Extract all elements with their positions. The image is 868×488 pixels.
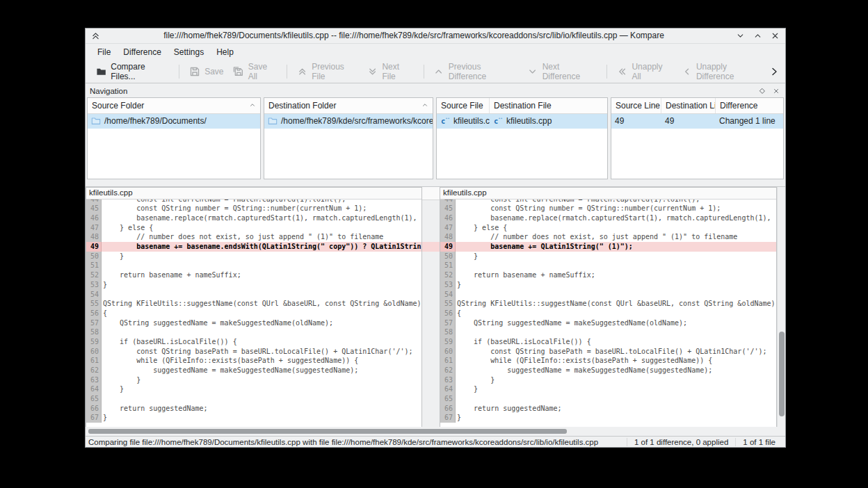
toolbar-button-label: Unapply All xyxy=(632,62,671,81)
toolbar-button-label: Next Difference xyxy=(542,62,597,81)
changed-code-line-destination-49[interactable]: 49 basename += QLatin1String(" (1)"); xyxy=(440,242,776,252)
chevrons-left-icon xyxy=(617,66,627,77)
toolbar-overflow-button[interactable] xyxy=(769,66,780,77)
column-header-destination-line[interactable]: Destination Line xyxy=(661,98,716,113)
code-text: { xyxy=(102,309,421,318)
column-header-source-file[interactable]: Source File xyxy=(437,98,490,113)
changed-code-line-source-49[interactable]: 49 basename += basename.endsWith(QLatin1… xyxy=(86,242,421,252)
diff-view: kfileutils.cpp 44 const int currentNum =… xyxy=(86,186,785,436)
line-number: 66 xyxy=(86,404,102,414)
column-header-difference[interactable]: Difference xyxy=(716,98,783,113)
code-text: const int currentNum = rmatch.captured(1… xyxy=(102,200,421,204)
vertical-scrollbar[interactable] xyxy=(777,187,785,427)
column-header-label: Source Folder xyxy=(92,101,144,111)
column-header-source-folder[interactable]: Source Folder xyxy=(88,98,260,113)
nav-row[interactable]: kfileutils.c...kfileutils.cpp xyxy=(437,114,607,129)
code-text: } xyxy=(102,280,421,290)
menu-item-file[interactable]: File xyxy=(91,45,117,59)
code-text: } xyxy=(456,384,776,394)
nav-cell-text: 49 xyxy=(665,116,674,126)
code-text: return basename + nameSuffix; xyxy=(102,270,421,280)
code-text: } xyxy=(102,252,421,261)
code-line-destination-46: 46 basename.replace(rmatch.capturedStart… xyxy=(440,213,776,223)
toolbar-button-label: Unapply Difference xyxy=(696,62,764,81)
nav-cell-text: kfileutils.cpp xyxy=(506,116,552,126)
nav-panel-destination-folder: Destination Folder/home/fhek789/kde/src/… xyxy=(264,97,433,179)
save-icon xyxy=(189,66,200,77)
maximize-button[interactable] xyxy=(753,31,762,40)
nav-cell: /home/fhek789/kde/src/frameworks/kcoread… xyxy=(264,114,433,129)
menu-item-settings[interactable]: Settings xyxy=(168,45,210,59)
code-text: } xyxy=(102,375,421,385)
minimize-button[interactable] xyxy=(736,31,745,40)
column-header-destination-file[interactable]: Destination File xyxy=(490,98,607,113)
code-line-destination-44: 44 const int currentNum = rmatch.capture… xyxy=(440,200,776,204)
code-line-source-51: 51 xyxy=(86,261,421,270)
line-number: 51 xyxy=(86,261,102,270)
line-number: 57 xyxy=(440,318,456,328)
toolbar-button-label: Save All xyxy=(248,62,277,81)
chevron-right-icon xyxy=(769,66,780,77)
toolbar-button-label: Compare Files... xyxy=(111,62,169,81)
titlebar[interactable]: file:///home/fhek789/Documents/kfileutil… xyxy=(86,29,785,44)
line-number: 66 xyxy=(440,404,456,414)
code-text: if (baseURL.isLocalFile()) { xyxy=(102,337,421,347)
code-line-destination-47: 47 } else { xyxy=(440,223,776,233)
nav-row[interactable]: /home/fhek789/kde/src/frameworks/kcoread… xyxy=(264,114,433,129)
dock-close-button[interactable] xyxy=(773,88,780,95)
code-line-source-60: 60 const QString basePath = baseURL.toLo… xyxy=(86,347,421,357)
code-text: suggestedName = makeSuggestedName(sugges… xyxy=(456,366,776,375)
code-text: while (QFileInfo::exists(basePath + sugg… xyxy=(456,356,776,366)
source-pane: kfileutils.cpp 44 const int currentNum =… xyxy=(86,187,422,427)
column-header-source-line[interactable]: Source Line xyxy=(611,98,661,113)
toolbar-button-next-difference: Next Difference xyxy=(522,58,602,85)
column-header-label: Source Line xyxy=(616,101,660,111)
close-button[interactable] xyxy=(771,31,780,40)
code-line-destination-60: 60 const QString basePath = baseURL.toLo… xyxy=(440,347,776,357)
line-number: 64 xyxy=(86,384,102,394)
menu-item-help[interactable]: Help xyxy=(210,45,240,59)
line-number: 49 xyxy=(86,242,102,252)
code-line-source-45: 45 const QString number = QString::numbe… xyxy=(86,204,421,213)
toolbar-button-previous-file: Previous File xyxy=(292,58,362,85)
code-text xyxy=(102,261,421,270)
horizontal-scrollbar[interactable] xyxy=(86,427,785,436)
dock-float-button[interactable] xyxy=(759,88,766,95)
line-number: 67 xyxy=(86,413,102,423)
toolbar-button-save: Save xyxy=(184,63,228,81)
code-line-destination-51: 51 xyxy=(440,261,776,270)
line-number: 64 xyxy=(440,384,456,394)
destination-code-area[interactable]: 44 const int currentNum = rmatch.capture… xyxy=(440,200,776,427)
column-header-label: Destination Line xyxy=(666,101,716,111)
source-code-area[interactable]: 44 const int currentNum = rmatch.capture… xyxy=(86,200,421,427)
navigation-dock-titlebar[interactable]: Navigation xyxy=(86,83,785,97)
shade-icon[interactable] xyxy=(91,31,100,40)
cpp-icon xyxy=(493,116,503,126)
code-text: } else { xyxy=(456,223,776,233)
code-line-destination-66: 66 return suggestedName; xyxy=(440,404,776,414)
code-text: const QString basePath = baseURL.toLocal… xyxy=(456,347,776,357)
toolbar-button-compare-files[interactable]: Compare Files... xyxy=(91,58,174,85)
horizontal-scrollbar-thumb[interactable] xyxy=(88,429,567,434)
line-number: 48 xyxy=(86,232,102,242)
column-header-destination-folder[interactable]: Destination Folder xyxy=(264,98,433,113)
code-line-source-54: 54 xyxy=(86,290,421,300)
line-number: 48 xyxy=(440,232,456,242)
chevron-left-icon xyxy=(682,66,692,77)
code-line-source-50: 50 } xyxy=(86,252,421,261)
code-line-destination-55: 55QString KFileUtils::suggestName(const … xyxy=(440,299,776,309)
code-line-destination-45: 45 const QString number = QString::numbe… xyxy=(440,204,776,213)
menu-item-difference[interactable]: Difference xyxy=(117,45,167,59)
line-number: 62 xyxy=(86,366,102,375)
code-line-destination-50: 50 } xyxy=(440,252,776,261)
code-text: QString suggestedName = makeSuggestedNam… xyxy=(102,318,421,328)
nav-row[interactable]: /home/fhek789/Documents/ xyxy=(88,114,260,129)
line-number: 63 xyxy=(440,375,456,385)
nav-row[interactable]: 4949Changed 1 line xyxy=(611,114,783,129)
code-text: const int currentNum = rmatch.captured(1… xyxy=(456,200,776,204)
vertical-scrollbar-thumb[interactable] xyxy=(779,332,785,416)
code-line-source-58: 58 xyxy=(86,327,421,337)
toolbar-button-label: Save xyxy=(204,67,223,76)
code-text xyxy=(456,261,776,270)
splitter-handle[interactable] xyxy=(86,179,785,186)
